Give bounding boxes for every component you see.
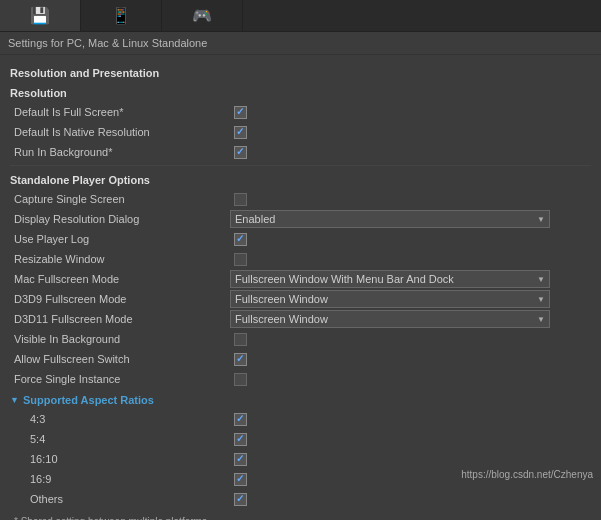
label-display-resolution-dialog: Display Resolution Dialog bbox=[10, 213, 230, 225]
checkbox-resizable[interactable] bbox=[234, 253, 247, 266]
label-aspect-others: Others bbox=[10, 493, 230, 505]
row-d3d11-fullscreen: D3D11 Fullscreen Mode Fullscreen Window … bbox=[10, 310, 591, 328]
row-resizable-window: Resizable Window bbox=[10, 250, 591, 268]
watermark: https://blog.csdn.net/Czhenya bbox=[461, 469, 593, 480]
subtitle-text: Settings for PC, Mac & Linux Standalone bbox=[8, 37, 207, 49]
label-resizable-window: Resizable Window bbox=[10, 253, 230, 265]
main-content: Resolution and Presentation Resolution D… bbox=[0, 55, 601, 520]
tab-standalone[interactable]: 💾 bbox=[0, 0, 81, 31]
standalone-icon: 💾 bbox=[30, 6, 50, 25]
row-aspect-others: Others bbox=[10, 490, 591, 508]
row-allow-fullscreen-switch: Allow Fullscreen Switch bbox=[10, 350, 591, 368]
checkbox-16-10[interactable] bbox=[234, 453, 247, 466]
row-run-in-background: Run In Background* bbox=[10, 143, 591, 161]
row-capture-single-screen: Capture Single Screen bbox=[10, 190, 591, 208]
dropdown-mac-fullscreen[interactable]: Fullscreen Window With Menu Bar And Dock… bbox=[230, 270, 550, 288]
label-d3d11-fullscreen: D3D11 Fullscreen Mode bbox=[10, 313, 230, 325]
checkbox-others-wrap bbox=[230, 491, 250, 507]
label-default-full-screen: Default Is Full Screen* bbox=[10, 106, 230, 118]
checkbox-capture[interactable] bbox=[234, 193, 247, 206]
checkbox-player-log-wrap bbox=[230, 231, 250, 247]
tab-bar: 💾 📱 🎮 bbox=[0, 0, 601, 32]
label-d3d9-fullscreen: D3D9 Fullscreen Mode bbox=[10, 293, 230, 305]
checkbox-fullscreen-switch-wrap bbox=[230, 351, 250, 367]
checkbox-visible-bg[interactable] bbox=[234, 333, 247, 346]
label-aspect-16-9: 16:9 bbox=[10, 473, 230, 485]
label-run-in-background: Run In Background* bbox=[10, 146, 230, 158]
row-visible-background: Visible In Background bbox=[10, 330, 591, 348]
checkbox-default-native[interactable] bbox=[234, 126, 247, 139]
checkbox-5-4-wrap bbox=[230, 431, 250, 447]
select-mac-fullscreen[interactable]: Fullscreen Window With Menu Bar And Dock… bbox=[231, 271, 549, 287]
supported-title-text: Supported Aspect Ratios bbox=[23, 394, 154, 406]
label-capture-single-screen: Capture Single Screen bbox=[10, 193, 230, 205]
checkbox-4-3-wrap bbox=[230, 411, 250, 427]
label-default-native-resolution: Default Is Native Resolution bbox=[10, 126, 230, 138]
checkbox-capture-wrap bbox=[230, 191, 250, 207]
divider-1 bbox=[10, 165, 591, 166]
sub-section-standalone: Standalone Player Options bbox=[10, 174, 591, 186]
label-aspect-5-4: 5:4 bbox=[10, 433, 230, 445]
dropdown-display-resolution[interactable]: Disabled Enabled Hidden By Default ▼ bbox=[230, 210, 550, 228]
row-d3d9-fullscreen: D3D9 Fullscreen Mode Fullscreen Window E… bbox=[10, 290, 591, 308]
row-mac-fullscreen: Mac Fullscreen Mode Fullscreen Window Wi… bbox=[10, 270, 591, 288]
label-force-single-instance: Force Single Instance bbox=[10, 373, 230, 385]
checkbox-default-full-screen-wrap bbox=[230, 104, 250, 120]
dropdown-d3d11[interactable]: Fullscreen Window Exclusive Fullscreen ▼ bbox=[230, 310, 550, 328]
row-default-native-resolution: Default Is Native Resolution bbox=[10, 123, 591, 141]
checkbox-16-9[interactable] bbox=[234, 473, 247, 486]
checkbox-player-log[interactable] bbox=[234, 233, 247, 246]
checkbox-16-9-wrap bbox=[230, 471, 250, 487]
label-allow-fullscreen-switch: Allow Fullscreen Switch bbox=[10, 353, 230, 365]
checkbox-4-3[interactable] bbox=[234, 413, 247, 426]
label-aspect-16-10: 16:10 bbox=[10, 453, 230, 465]
checkbox-5-4[interactable] bbox=[234, 433, 247, 446]
label-use-player-log: Use Player Log bbox=[10, 233, 230, 245]
label-visible-background: Visible In Background bbox=[10, 333, 230, 345]
dropdown-d3d9[interactable]: Fullscreen Window Exclusive Fullscreen ▼ bbox=[230, 290, 550, 308]
checkbox-visible-bg-wrap bbox=[230, 331, 250, 347]
footnote: * Shared setting between multiple platfo… bbox=[10, 516, 591, 520]
row-aspect-16-10: 16:10 bbox=[10, 450, 591, 468]
row-display-resolution-dialog: Display Resolution Dialog Disabled Enabl… bbox=[10, 210, 591, 228]
checkbox-run-background-wrap bbox=[230, 144, 250, 160]
subtitle-bar: Settings for PC, Mac & Linux Standalone bbox=[0, 32, 601, 55]
tab-other[interactable]: 🎮 bbox=[162, 0, 243, 31]
mobile-icon: 📱 bbox=[111, 6, 131, 25]
row-aspect-5-4: 5:4 bbox=[10, 430, 591, 448]
select-d3d11[interactable]: Fullscreen Window Exclusive Fullscreen bbox=[231, 311, 549, 327]
label-mac-fullscreen: Mac Fullscreen Mode bbox=[10, 273, 230, 285]
checkbox-resizable-wrap bbox=[230, 251, 250, 267]
select-display-resolution[interactable]: Disabled Enabled Hidden By Default bbox=[231, 211, 549, 227]
checkbox-run-background[interactable] bbox=[234, 146, 247, 159]
tab-mobile[interactable]: 📱 bbox=[81, 0, 162, 31]
select-d3d9[interactable]: Fullscreen Window Exclusive Fullscreen bbox=[231, 291, 549, 307]
checkbox-others[interactable] bbox=[234, 493, 247, 506]
checkbox-force-single[interactable] bbox=[234, 373, 247, 386]
other-icon: 🎮 bbox=[192, 6, 212, 25]
checkbox-fullscreen-switch[interactable] bbox=[234, 353, 247, 366]
label-aspect-4-3: 4:3 bbox=[10, 413, 230, 425]
supported-aspect-ratios-title[interactable]: Supported Aspect Ratios bbox=[10, 394, 591, 406]
row-default-full-screen: Default Is Full Screen* bbox=[10, 103, 591, 121]
checkbox-16-10-wrap bbox=[230, 451, 250, 467]
section-resolution-presentation: Resolution and Presentation bbox=[10, 67, 591, 79]
row-use-player-log: Use Player Log bbox=[10, 230, 591, 248]
checkbox-default-native-wrap bbox=[230, 124, 250, 140]
checkbox-default-full-screen[interactable] bbox=[234, 106, 247, 119]
row-force-single-instance: Force Single Instance bbox=[10, 370, 591, 388]
checkbox-force-single-wrap bbox=[230, 371, 250, 387]
sub-section-resolution: Resolution bbox=[10, 87, 591, 99]
row-aspect-4-3: 4:3 bbox=[10, 410, 591, 428]
